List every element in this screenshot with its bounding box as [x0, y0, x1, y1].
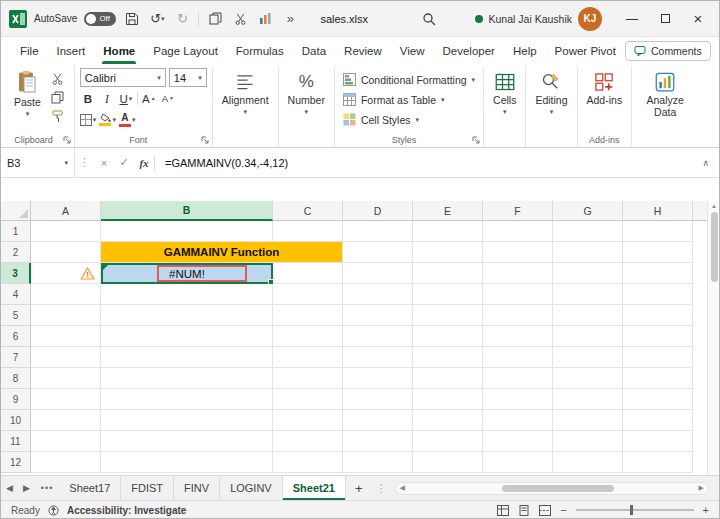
horizontal-scrollbar[interactable]: ◀ ▶ [395, 482, 710, 495]
row-header-12[interactable]: 12 [1, 452, 31, 473]
styles-dialog-launcher[interactable] [472, 136, 480, 144]
avatar[interactable]: KJ [578, 7, 602, 31]
cell[interactable] [413, 347, 483, 368]
cell[interactable] [273, 305, 343, 326]
cell[interactable] [273, 431, 343, 452]
cell[interactable] [31, 368, 101, 389]
chart-quick-icon[interactable] [256, 10, 274, 27]
cell[interactable] [483, 284, 553, 305]
cell[interactable] [483, 305, 553, 326]
alignment-button[interactable]: Alignment ▾ [218, 68, 273, 145]
font-name-combo[interactable]: Calibri▾ [80, 68, 166, 87]
row-header-10[interactable]: 10 [1, 410, 31, 431]
cell[interactable] [273, 368, 343, 389]
cell[interactable] [553, 326, 623, 347]
cells-button[interactable]: Cells ▾ [489, 68, 520, 145]
cell[interactable] [31, 410, 101, 431]
cell[interactable] [101, 284, 273, 305]
row-header-4[interactable]: 4 [1, 284, 31, 305]
comments-button[interactable]: Comments [625, 41, 711, 61]
cell[interactable] [413, 326, 483, 347]
scroll-up-icon[interactable]: ▲ [711, 203, 717, 209]
cut-quick-icon[interactable] [231, 10, 249, 27]
formula-input[interactable]: =GAMMAINV(0.34,-4,12) [155, 157, 288, 169]
tab-help[interactable]: Help [504, 37, 546, 64]
cell[interactable] [413, 368, 483, 389]
cell[interactable] [553, 389, 623, 410]
cell[interactable] [101, 431, 273, 452]
account-area[interactable]: Kunal Jai Kaushik KJ [475, 7, 602, 31]
sheet-tab-finv[interactable]: FINV [174, 476, 220, 500]
zoom-slider-thumb[interactable] [630, 505, 633, 515]
cell[interactable] [273, 389, 343, 410]
cell[interactable] [623, 368, 693, 389]
cell[interactable] [273, 221, 343, 242]
horizontal-scroll-thumb[interactable] [502, 485, 615, 492]
cell[interactable] [623, 284, 693, 305]
insert-function-button[interactable]: fx [134, 157, 154, 169]
zoom-slider[interactable] [576, 509, 694, 511]
page-break-view-button[interactable] [539, 505, 551, 516]
cell[interactable] [101, 410, 273, 431]
bold-button[interactable]: B [80, 90, 96, 107]
cell[interactable] [343, 242, 413, 263]
select-all-corner[interactable] [1, 201, 31, 221]
cell[interactable] [273, 410, 343, 431]
cell[interactable] [343, 368, 413, 389]
font-color-button[interactable]: A▾ [119, 111, 136, 128]
sheet-tab-sheet17[interactable]: Sheet17 [59, 476, 121, 500]
cell[interactable] [413, 284, 483, 305]
editing-button[interactable]: Editing ▾ [531, 68, 571, 145]
new-sheet-button[interactable]: + [346, 481, 372, 496]
cell[interactable] [343, 347, 413, 368]
tab-data[interactable]: Data [293, 37, 335, 64]
cell[interactable] [343, 452, 413, 473]
redo-button[interactable]: ↻ [173, 10, 191, 27]
cell[interactable] [101, 347, 273, 368]
cell[interactable] [483, 368, 553, 389]
cell[interactable] [101, 389, 273, 410]
tab-view[interactable]: View [391, 37, 434, 64]
cell[interactable] [483, 263, 553, 284]
vertical-scroll-thumb[interactable] [711, 212, 718, 282]
column-header-f[interactable]: F [483, 201, 553, 221]
cell[interactable] [483, 242, 553, 263]
underline-button[interactable]: U▾ [118, 90, 134, 107]
row-header-7[interactable]: 7 [1, 347, 31, 368]
tab-developer[interactable]: Developer [434, 37, 504, 64]
accessibility-status[interactable]: Accessibility: Investigate [67, 505, 187, 516]
cell[interactable] [273, 284, 343, 305]
sheet-nav-left-icon[interactable]: ◀ [1, 483, 18, 493]
cell[interactable] [413, 452, 483, 473]
hscroll-right-icon[interactable]: ▶ [699, 484, 704, 492]
cell-a3[interactable]: ! [31, 263, 101, 284]
format-painter-button[interactable] [47, 108, 69, 125]
row-header-2[interactable]: 2 [1, 242, 31, 263]
tab-power-pivot[interactable]: Power Pivot [546, 37, 625, 64]
cell[interactable] [343, 263, 413, 284]
cell[interactable] [623, 410, 693, 431]
paste-button[interactable]: Paste ▾ [8, 68, 47, 131]
cell[interactable] [31, 242, 101, 263]
cell[interactable] [483, 431, 553, 452]
cell[interactable] [101, 326, 273, 347]
cell[interactable] [483, 326, 553, 347]
tab-home[interactable]: Home [94, 37, 144, 64]
column-header-e[interactable]: E [413, 201, 483, 221]
tab-file[interactable]: File [11, 37, 48, 64]
cell[interactable] [413, 242, 483, 263]
cell[interactable] [483, 410, 553, 431]
cell[interactable] [413, 263, 483, 284]
cell[interactable] [553, 242, 623, 263]
font-size-combo[interactable]: 14▾ [169, 68, 207, 87]
sheet-tab-fdist[interactable]: FDIST [121, 476, 174, 500]
row-header-11[interactable]: 11 [1, 431, 31, 452]
row-header-8[interactable]: 8 [1, 368, 31, 389]
cell[interactable] [553, 452, 623, 473]
cell[interactable] [343, 326, 413, 347]
addins-button[interactable]: Add-ins [583, 68, 627, 131]
cell[interactable] [553, 431, 623, 452]
fill-color-button[interactable]: ▾ [99, 111, 116, 128]
cell[interactable] [343, 284, 413, 305]
cell[interactable] [623, 326, 693, 347]
